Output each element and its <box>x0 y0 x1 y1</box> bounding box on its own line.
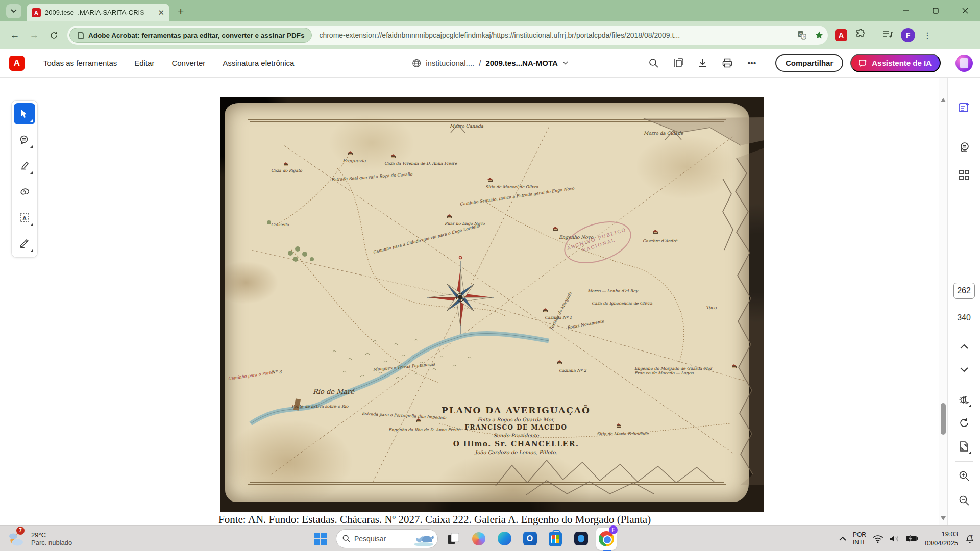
outlook-icon[interactable]: O <box>520 529 540 549</box>
map-label: Toca <box>706 305 717 310</box>
map-title-line: O Illmo. Sr. CHANCELLER. <box>439 440 593 448</box>
battery-icon[interactable] <box>906 535 918 542</box>
language-indicator[interactable]: POR INTL <box>853 531 866 546</box>
svg-text:文: 文 <box>802 35 806 39</box>
address-bar[interactable]: Adobe Acrobat: ferramentas para editar, … <box>67 26 828 45</box>
map-label: Freguezia <box>342 158 366 163</box>
notification-bell-icon[interactable]: zz <box>965 534 975 543</box>
browser-tab-strip: A 2009.tese_.MARIA-SARITA-CRIS ✕ + <box>0 0 980 21</box>
ai-chat-icon <box>859 59 868 67</box>
signature-tool-button[interactable] <box>14 233 35 255</box>
adobe-acrobat-logo[interactable]: A <box>9 56 24 71</box>
theme-toggle-icon[interactable] <box>954 390 974 409</box>
total-pages-label: 340 <box>948 313 980 322</box>
task-view-icon[interactable] <box>443 529 463 549</box>
map-house-symbol <box>348 151 353 155</box>
chevron-down-icon <box>562 61 568 65</box>
doc-source: institucional.... <box>426 59 474 67</box>
next-page-button[interactable] <box>954 360 974 380</box>
active-tab[interactable]: A 2009.tese_.MARIA-SARITA-CRIS ✕ <box>27 4 169 21</box>
vertical-scrollbar[interactable] <box>939 78 947 525</box>
highlight-tool-button[interactable] <box>14 155 35 177</box>
profile-avatar[interactable]: F <box>901 28 915 42</box>
map-title-line: Feita a Rogos do Guarda Mor, <box>439 417 593 422</box>
acrobat-profile-avatar[interactable] <box>955 55 973 72</box>
window-minimize-button[interactable] <box>891 0 921 21</box>
menu-convert[interactable]: Converter <box>172 59 205 67</box>
pages-panel-icon[interactable] <box>670 55 687 72</box>
copilot-icon[interactable] <box>469 529 489 549</box>
zoom-out-icon[interactable] <box>954 491 974 510</box>
globe-icon <box>412 59 421 68</box>
scroll-up-arrow[interactable] <box>941 98 946 102</box>
figure-caption: Fonte: AN. Fundo: Estadas. Chácaras. Nº … <box>218 513 760 525</box>
translate-icon[interactable]: G文 <box>797 31 806 40</box>
acrobat-extension-icon <box>77 32 84 39</box>
weather-widget[interactable]: 7 29°C Parc. nublado <box>7 530 72 547</box>
microsoft-store-icon[interactable] <box>545 529 566 549</box>
print-icon[interactable] <box>719 55 736 72</box>
page-thumbnails-icon[interactable] <box>954 165 974 185</box>
bookmark-star-icon[interactable] <box>815 31 824 40</box>
zoom-in-icon[interactable] <box>954 466 974 486</box>
pdf-viewer: A <box>0 78 980 525</box>
window-maximize-button[interactable] <box>921 0 950 21</box>
wifi-icon[interactable] <box>873 535 883 543</box>
url-text: chrome-extension://efaidnbmnnnibpcajpcgl… <box>319 31 793 39</box>
menu-all-tools[interactable]: Todas as ferramentas <box>43 59 117 67</box>
menu-esign[interactable]: Assinatura eletrônica <box>223 59 294 67</box>
comments-panel-icon[interactable] <box>954 138 974 157</box>
window-close-button[interactable] <box>950 0 980 21</box>
reload-button[interactable] <box>44 26 63 45</box>
share-button[interactable]: Compartilhar <box>775 54 843 72</box>
forward-button[interactable]: → <box>24 26 44 45</box>
download-icon[interactable] <box>694 55 712 72</box>
map-house-symbol <box>283 162 289 166</box>
menu-edit[interactable]: Editar <box>134 59 154 67</box>
map-title-line: PLANO DA AVERIGUAÇAÕ <box>439 405 593 415</box>
tab-search-button[interactable] <box>6 4 21 18</box>
search-highlight-whale-image <box>413 531 434 546</box>
rotate-page-icon[interactable] <box>954 413 974 433</box>
map-house-symbol <box>390 154 396 158</box>
tab-close-icon[interactable]: ✕ <box>158 8 164 17</box>
taskbar-search[interactable]: Pesquisar <box>336 529 438 548</box>
current-page-input[interactable]: 262 <box>953 283 975 299</box>
chrome-taskbar-icon[interactable]: F <box>596 529 617 549</box>
document-breadcrumb[interactable]: institucional.... / 2009.tes...NA-MOTA <box>412 59 568 68</box>
search-placeholder: Pesquisar <box>354 535 409 543</box>
scrollbar-thumb[interactable] <box>941 403 946 435</box>
ai-assistant-panel-icon[interactable] <box>954 98 974 117</box>
clock[interactable]: 19:03 03/04/2025 <box>925 530 958 547</box>
search-icon[interactable] <box>645 55 663 72</box>
sidebar-divider <box>955 194 973 194</box>
volume-icon[interactable] <box>890 535 899 543</box>
new-tab-button[interactable]: + <box>178 5 184 17</box>
map-house-symbol <box>731 364 737 368</box>
comment-tool-button[interactable] <box>14 129 35 151</box>
map-page-image: Morro CanadaMorro da CidadeFregueziaCaza… <box>220 97 764 512</box>
lasso-tool-button[interactable] <box>14 181 35 203</box>
scroll-down-arrow[interactable] <box>941 516 946 520</box>
acrobat-toolbar-icon[interactable]: A <box>835 29 847 41</box>
start-button[interactable] <box>310 529 331 549</box>
map-title-line: Sendo Prezidente <box>439 433 593 438</box>
fit-page-icon[interactable] <box>954 437 974 456</box>
windows-logo-icon <box>314 533 327 545</box>
edge-icon[interactable] <box>494 529 514 549</box>
doc-separator: / <box>479 59 481 67</box>
more-options-icon[interactable]: ••• <box>743 55 761 72</box>
weather-description: Parc. nublado <box>31 539 72 546</box>
select-tool-button[interactable] <box>14 103 35 124</box>
security-app-icon[interactable] <box>571 529 591 549</box>
back-button[interactable]: ← <box>5 26 24 45</box>
media-controls-icon[interactable] <box>883 30 893 41</box>
text-select-tool-button[interactable]: A <box>14 207 35 229</box>
extension-chip[interactable]: Adobe Acrobat: ferramentas para editar, … <box>69 28 312 43</box>
browser-menu-icon[interactable]: ⋮ <box>923 31 932 40</box>
map-label: Cazebre d'André <box>643 239 677 243</box>
extensions-puzzle-icon[interactable] <box>855 29 866 41</box>
tray-expand-icon[interactable] <box>839 536 846 541</box>
previous-page-button[interactable] <box>954 337 974 356</box>
ai-assistant-button[interactable]: Assistente de IA <box>850 54 941 72</box>
